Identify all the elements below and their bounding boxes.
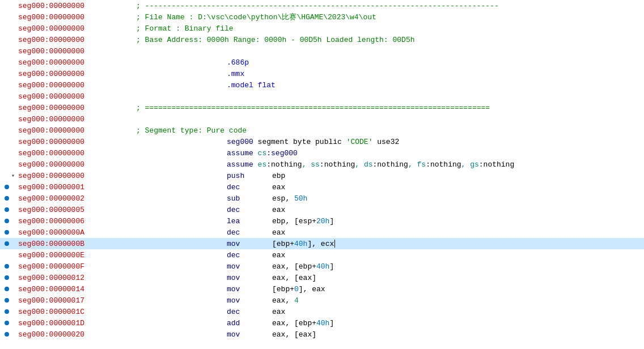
breakpoint-col[interactable] [2, 298, 11, 303]
table-row[interactable]: seg000:00000012moveax, [eax] [0, 272, 644, 283]
instruction-content: addeax, [ebp+40h] [227, 319, 644, 327]
breakpoint-col[interactable] [2, 241, 11, 246]
table-row[interactable]: seg000:00000000; File Name : D:\vsc\code… [0, 11, 644, 23]
breakpoint-col[interactable] [2, 230, 11, 235]
table-row[interactable]: seg000:00000000assume cs:seg000 [0, 147, 644, 159]
table-row[interactable]: seg000:00000002subesp, 50h [0, 193, 644, 204]
operands: eax [272, 228, 285, 237]
comment-text: ; Format : Binary file [136, 24, 234, 33]
table-row[interactable]: seg000:00000000assume es:nothing, ss:not… [0, 159, 644, 170]
breakpoint-dot [5, 230, 9, 235]
line-content: .686p [136, 58, 644, 67]
table-row[interactable]: seg000:00000000 [0, 45, 644, 57]
operands: eax, [eax] [272, 274, 316, 282]
instruction-content: moveax, [eax] [227, 330, 644, 339]
comment-text: ; --------------------------------------… [136, 2, 499, 10]
mnemonic: mov [227, 285, 272, 293]
breakpoint-col[interactable] [2, 185, 11, 189]
line-content: ; Base Address: 0000h Range: 0000h - 00D… [136, 36, 644, 44]
table-row[interactable]: seg000:0000001Daddeax, [ebp+40h] [0, 317, 644, 329]
code-view[interactable]: seg000:00000000; -----------------------… [0, 0, 644, 349]
breakpoint-col[interactable] [2, 196, 11, 201]
table-row[interactable]: seg000:00000000; Base Address: 0000h Ran… [0, 34, 644, 45]
table-row[interactable]: seg000:00000000seg000 segment byte publi… [0, 136, 644, 147]
table-row[interactable]: seg000:00000000.model flat [0, 79, 644, 91]
address-label: seg000:00000000 [18, 36, 132, 44]
line-content: .model flat [136, 81, 644, 90]
breakpoint-col[interactable] [2, 275, 11, 280]
address-label: seg000:00000000 [18, 2, 132, 10]
mnemonic: add [227, 319, 272, 327]
breakpoint-col[interactable] [2, 321, 11, 325]
instruction-content: subesp, 50h [227, 194, 644, 203]
table-row[interactable]: ▾seg000:00000000pushebp [0, 170, 644, 181]
table-row[interactable]: seg000:00000000; -----------------------… [0, 0, 644, 11]
table-row[interactable]: seg000:00000005deceax [0, 204, 644, 215]
line-content: assume es:nothing, ss:nothing, ds:nothin… [136, 160, 644, 169]
breakpoint-col[interactable] [2, 287, 11, 291]
line-content: moveax, [eax] [136, 330, 644, 339]
line-content: ; --------------------------------------… [136, 2, 644, 10]
table-row[interactable]: seg000:00000000.686p [0, 57, 644, 68]
table-row[interactable]: seg000:0000000Bmov[ebp+40h], ecx [0, 238, 644, 249]
hex-value: 20h [316, 217, 329, 225]
mnemonic: mov [227, 262, 272, 271]
table-row[interactable]: seg000:00000017moveax, 4 [0, 295, 644, 306]
line-content: .mmx [136, 70, 644, 78]
instruction-content: moveax, 4 [227, 296, 644, 305]
address-label: seg000:00000006 [18, 217, 132, 225]
instruction-content: deceax [227, 206, 644, 214]
breakpoint-col[interactable] [2, 309, 11, 314]
collapse-arrow[interactable]: ▾ [11, 172, 18, 179]
operands: eax, [ebp+40h] [272, 262, 334, 271]
address-label: seg000:00000000 [18, 24, 132, 33]
address-label: seg000:0000000F [18, 262, 132, 271]
instruction-content: mov[ebp+40h], ecx [227, 240, 644, 248]
line-content: deceax [136, 228, 644, 237]
breakpoint-col[interactable] [2, 219, 11, 223]
mnemonic: dec [227, 183, 272, 191]
address-label: seg000:00000000 [18, 70, 132, 78]
mnemonic: sub [227, 194, 272, 203]
operands: ebp, [esp+20h] [272, 217, 334, 225]
table-row[interactable]: seg000:0000000Edeceax [0, 249, 644, 261]
instruction-content: leaebp, [esp+20h] [227, 217, 644, 225]
table-row[interactable]: seg000:00000006leaebp, [esp+20h] [0, 215, 644, 227]
line-content: moveax, 4 [136, 296, 644, 305]
address-label: seg000:00000002 [18, 194, 132, 203]
line-content: seg000 segment byte public 'CODE' use32 [136, 138, 644, 146]
table-row[interactable]: seg000:00000000 [0, 91, 644, 102]
table-row[interactable]: seg000:00000000; =======================… [0, 102, 644, 113]
operands: eax, [eax] [272, 330, 316, 339]
operands: esp, 50h [272, 194, 307, 203]
comment-text: ; Segment type: Pure code [136, 126, 247, 135]
breakpoint-dot [5, 219, 9, 223]
table-row[interactable]: seg000:00000014mov[ebp+0], eax [0, 283, 644, 295]
table-row[interactable]: seg000:00000000 [0, 113, 644, 125]
table-row[interactable]: seg000:00000000; Format : Binary file [0, 23, 644, 34]
breakpoint-dot [5, 298, 9, 303]
table-row[interactable]: seg000:00000000.mmx [0, 68, 644, 79]
hex-value: 40h [294, 240, 307, 248]
table-row[interactable]: seg000:0000001Cdeceax [0, 306, 644, 317]
address-label: seg000:00000000 [18, 172, 132, 180]
instruction-content: deceax [227, 228, 644, 237]
table-row[interactable]: seg000:00000001deceax [0, 181, 644, 193]
line-content: moveax, [ebp+40h] [136, 262, 644, 271]
breakpoint-dot [5, 287, 9, 291]
mnemonic: push [227, 172, 272, 180]
address-label: seg000:00000000 [18, 104, 132, 112]
breakpoint-dot [5, 332, 9, 337]
breakpoint-col[interactable] [2, 332, 11, 337]
operands: eax [272, 308, 285, 316]
table-row[interactable]: seg000:0000000Fmoveax, [ebp+40h] [0, 261, 644, 272]
table-row[interactable]: seg000:00000020moveax, [eax] [0, 329, 644, 340]
address-label: seg000:00000020 [18, 330, 132, 339]
table-row[interactable]: seg000:00000000; Segment type: Pure code [0, 125, 644, 136]
mnemonic: dec [227, 251, 272, 259]
breakpoint-col[interactable] [2, 207, 11, 212]
breakpoint-col[interactable] [2, 264, 11, 269]
table-row[interactable]: seg000:0000000Adeceax [0, 227, 644, 238]
comment-text: ; ======================================… [136, 104, 490, 112]
hex-value: 40h [316, 319, 329, 327]
